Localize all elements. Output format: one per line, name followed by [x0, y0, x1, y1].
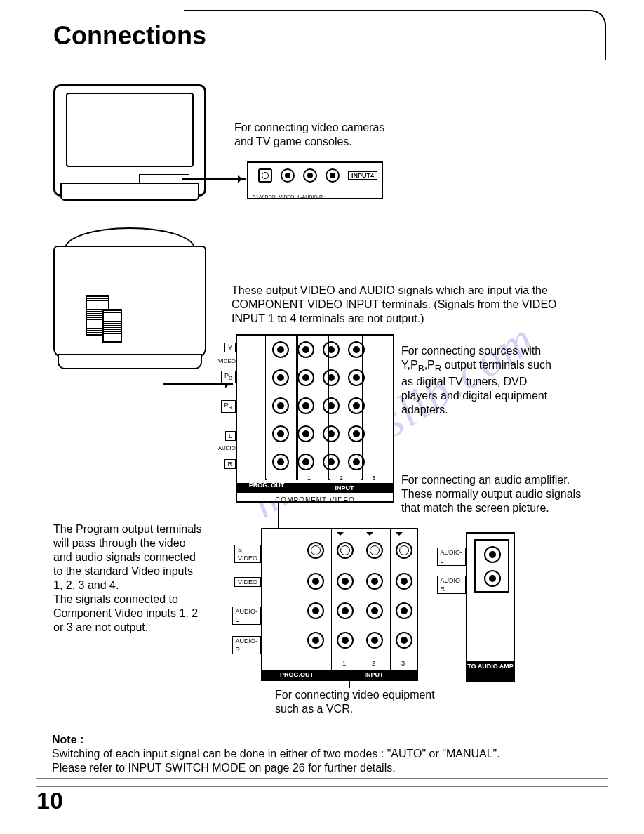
- label-r: R: [224, 459, 236, 469]
- triangle-down-icon: [396, 532, 403, 539]
- leader-line: [278, 501, 279, 528]
- label-audio-r: AUDIO-R: [437, 576, 467, 594]
- label-l: L: [225, 431, 236, 441]
- manual-page: Connections manualslib.com For connectin…: [0, 0, 644, 834]
- text: B: [418, 363, 424, 373]
- note-heading: Note :: [52, 733, 585, 747]
- triangle-down-icon: [366, 532, 373, 539]
- front-panel-labels: S1-VIDEO VIDEO L-AUDIO-R: [253, 194, 323, 199]
- arrow-icon: [182, 178, 246, 180]
- triangle-down-icon: [337, 532, 344, 539]
- note-line-2: Please refer to INPUT SWITCH MODE on pag…: [52, 761, 585, 775]
- col-2: 2: [372, 660, 375, 667]
- label-pr: PR: [221, 400, 236, 413]
- leader-line: [274, 317, 274, 334]
- text: ,P: [424, 359, 435, 371]
- rca-jack-icon: [281, 168, 295, 183]
- rca-jack-icon: [303, 168, 317, 183]
- bar-prog-out: PROG.OUT: [262, 670, 331, 680]
- col-2: 2: [340, 475, 343, 482]
- bar-input: INPUT: [296, 483, 393, 493]
- divider: [36, 778, 608, 779]
- front-input-caption: For connecting video cameras and TV game…: [234, 121, 396, 149]
- col-1: 1: [342, 660, 346, 667]
- col-1: 1: [307, 475, 311, 482]
- label-audio: AUDIO: [218, 445, 236, 451]
- bar-input: INPUT: [331, 670, 417, 680]
- bar-prog-out: PROG. OUT: [237, 483, 296, 493]
- input4-badge: INPUT4: [348, 171, 377, 180]
- svideo-row: [307, 542, 410, 559]
- leader-line: [349, 678, 350, 688]
- standard-video-panel: S-VIDEO VIDEO AUDIO-L AUDIO-R 1 2 3 PROG…: [261, 528, 418, 681]
- label-audio-l: AUDIO-L: [437, 548, 467, 566]
- label-audio-l: AUDIO-L: [232, 607, 262, 625]
- component-bar: PROG. OUT INPUT: [237, 483, 393, 493]
- arrow-icon: [163, 383, 233, 385]
- prog-out-caption: The Program output terminals will pass t…: [53, 522, 205, 635]
- label-y: Y: [224, 343, 236, 352]
- leader-line: [202, 527, 278, 527]
- amp-bar: TO AUDIO AMP: [467, 661, 514, 681]
- page-number: 10: [36, 787, 63, 814]
- front-input-panel: INPUT4 S1-VIDEO VIDEO L-AUDIO-R: [247, 161, 383, 199]
- component-input-caption: For connecting sources with Y,PB,PR outp…: [401, 344, 556, 417]
- tv-illustration: [53, 84, 206, 197]
- label-pb: PB: [221, 371, 236, 383]
- audio-amp-caption: For connecting an audio amplifier. These…: [401, 473, 584, 515]
- label-video: VIDEO: [218, 358, 236, 364]
- label-svideo: S-VIDEO: [234, 545, 261, 563]
- divider: [36, 786, 608, 787]
- component-output-caption: These output VIDEO and AUDIO signals whi…: [232, 284, 582, 326]
- component-jack-grid: [272, 341, 362, 468]
- rca-jack-icon: [326, 168, 340, 183]
- note-line-1: Switching of each input signal can be do…: [52, 747, 585, 761]
- std-input-caption: For connecting video equipment such as a…: [275, 688, 457, 716]
- col-3: 3: [372, 475, 375, 482]
- audio-amp-panel: AUDIO-L AUDIO-R TO AUDIO AMP: [466, 532, 515, 682]
- component-video-panel: Y VIDEO PB PR L AUDIO R 1 2 3 PROG. OUT …: [236, 334, 394, 503]
- label-video: VIDEO: [234, 577, 261, 587]
- std-bar: PROG.OUT INPUT: [262, 670, 417, 680]
- label-audio-r: AUDIO-R: [232, 636, 262, 654]
- col-3: 3: [401, 660, 405, 667]
- component-subtitle: COMPONENT VIDEO: [237, 496, 393, 504]
- leader-line: [309, 501, 309, 528]
- tv-rear-illustration: [53, 227, 206, 375]
- page-title: Connections: [53, 21, 206, 51]
- s-video-jack-icon: [258, 168, 272, 183]
- rca-grid: [307, 573, 410, 646]
- text: R: [435, 363, 442, 373]
- note-block: Note : Switching of each input signal ca…: [52, 733, 585, 775]
